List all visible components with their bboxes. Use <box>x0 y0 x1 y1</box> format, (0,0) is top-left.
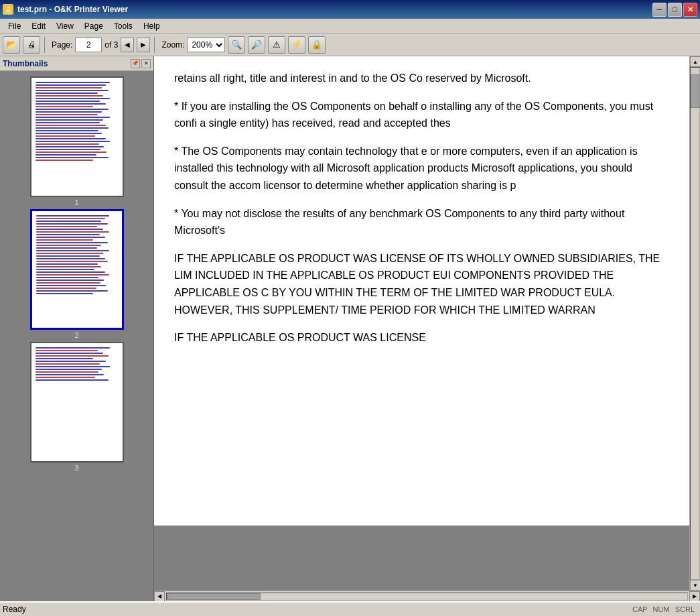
thumbnails-title: Thumbnails <box>3 59 48 68</box>
horizontal-scrollbar-area: ◀ ▶ <box>154 591 700 601</box>
doc-paragraph-4: * You may not disclose the results of an… <box>174 205 669 239</box>
thumbnail-page-1[interactable]: 1 <box>30 76 124 206</box>
open-button[interactable]: 📂 <box>3 36 20 54</box>
zoom-label: Zoom: <box>161 40 184 50</box>
vertical-scrollbar: ▲ ▼ <box>689 56 700 591</box>
restore-button[interactable]: □ <box>668 3 682 17</box>
doc-paragraph-2: * If you are installing the OS Component… <box>174 98 669 132</box>
zoom-select[interactable]: 50% 75% 100% 150% 200% 400% <box>187 38 225 52</box>
thumbnails-panel: Thumbnails 📌 ✕ <box>0 56 154 601</box>
thumbnail-label-1: 1 <box>74 198 78 206</box>
doc-page: retains all right, title and interest in… <box>154 56 689 526</box>
menu-view[interactable]: View <box>51 20 79 32</box>
zoom-in-button[interactable]: 🔍 <box>228 36 245 54</box>
tool1-button[interactable]: ⚠ <box>268 36 285 54</box>
doc-paragraph-3: * The OS Components may contain technolo… <box>174 143 669 194</box>
page-total: of 3 <box>104 40 118 50</box>
thumb-content-2 <box>32 211 122 298</box>
thumbnail-label-3: 3 <box>74 464 78 472</box>
menu-bar: File Edit View Page Tools Help <box>0 19 700 34</box>
thumbnails-controls: 📌 ✕ <box>131 59 151 68</box>
separator-2 <box>154 37 155 53</box>
title-buttons: ─ □ ✕ <box>652 3 697 17</box>
title-bar: 🖨 test.prn - O&K Printer Viewer ─ □ ✕ <box>0 0 700 19</box>
h-scrollbar <box>165 591 689 602</box>
scroll-track <box>690 67 700 580</box>
tool3-button[interactable]: 🔒 <box>308 36 326 54</box>
menu-page[interactable]: Page <box>79 20 109 32</box>
num-indicator: NUM <box>653 605 670 613</box>
close-button[interactable]: ✕ <box>683 3 697 17</box>
menu-tools[interactable]: Tools <box>109 20 138 32</box>
status-bar: Ready CAP NUM SCRL <box>0 601 700 616</box>
scroll-left-button[interactable]: ◀ <box>154 591 165 602</box>
thumbnail-frame-1 <box>30 76 124 197</box>
toolbar: 📂 🖨 Page: of 3 ◀ ▶ Zoom: 50% 75% 100% 15… <box>0 34 700 56</box>
main-content: Thumbnails 📌 ✕ <box>0 56 700 601</box>
h-scroll-track <box>166 593 688 601</box>
menu-file[interactable]: File <box>3 20 26 32</box>
thumbnails-header: Thumbnails 📌 ✕ <box>0 56 153 71</box>
menu-help[interactable]: Help <box>138 20 165 32</box>
thumbnail-page-3[interactable]: 3 <box>30 342 124 472</box>
h-scroll-thumb[interactable] <box>167 593 261 600</box>
minimize-button[interactable]: ─ <box>652 3 667 17</box>
prev-page-button[interactable]: ◀ <box>121 38 134 52</box>
separator-1 <box>44 37 45 53</box>
doc-paragraph-5: IF THE APPLICABLE OS PRODUCT WAS LICENSE… <box>174 250 669 318</box>
thumbnail-frame-3 <box>30 342 124 463</box>
thumbnail-frame-2 <box>30 209 124 330</box>
thumb-content-3 <box>31 343 123 385</box>
doc-view: retains all right, title and interest in… <box>154 56 700 601</box>
next-page-button[interactable]: ▶ <box>137 38 150 52</box>
scrl-indicator: SCRL <box>675 605 695 613</box>
window-title: test.prn - O&K Printer Viewer <box>17 5 128 14</box>
scroll-down-button[interactable]: ▼ <box>690 580 700 591</box>
doc-paragraph-1: retains all right, title and interest in… <box>174 70 669 87</box>
cap-indicator: CAP <box>632 605 648 613</box>
app-icon: 🖨 <box>3 4 13 15</box>
page-label: Page: <box>52 40 72 50</box>
doc-paragraph-6: IF THE APPLICABLE OS PRODUCT WAS LICENSE <box>174 329 669 347</box>
thumbnails-close-button[interactable]: ✕ <box>141 59 151 68</box>
zoom-out-button[interactable]: 🔎 <box>248 36 265 54</box>
title-bar-left: 🖨 test.prn - O&K Printer Viewer <box>3 4 128 15</box>
tool2-button[interactable]: ⚡ <box>288 36 305 54</box>
status-indicators: CAP NUM SCRL <box>632 605 697 613</box>
scroll-right-button[interactable]: ▶ <box>689 591 700 602</box>
thumbnails-list: 1 <box>0 71 153 601</box>
thumbnails-pin-button[interactable]: 📌 <box>131 59 140 68</box>
thumbnail-page-2[interactable]: 2 <box>30 209 124 339</box>
thumb-content-1 <box>31 78 123 165</box>
status-text: Ready <box>3 605 26 614</box>
page-input[interactable] <box>75 38 102 52</box>
scroll-thumb[interactable] <box>691 74 699 108</box>
scroll-up-button[interactable]: ▲ <box>690 56 700 67</box>
menu-edit[interactable]: Edit <box>26 20 51 32</box>
doc-scroll-area[interactable]: retains all right, title and interest in… <box>154 56 689 591</box>
print-button[interactable]: 🖨 <box>23 36 40 54</box>
thumbnail-label-2: 2 <box>74 331 78 339</box>
